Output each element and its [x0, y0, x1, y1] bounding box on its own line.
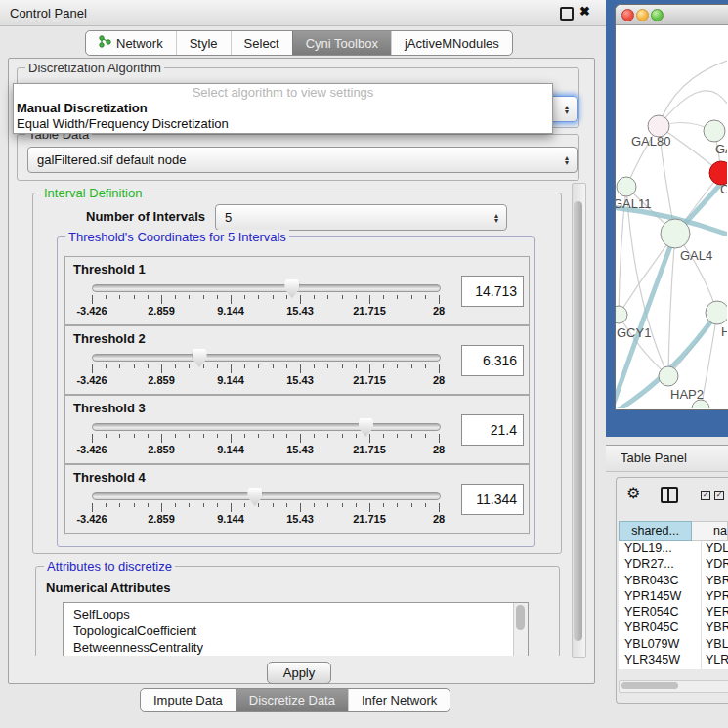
network-node[interactable]: [704, 120, 725, 142]
attribute-item[interactable]: TopologicalCoefficient: [64, 622, 528, 639]
threshold-value-field[interactable]: 14.713: [461, 276, 524, 307]
tab-style[interactable]: Style: [176, 31, 231, 55]
scrollbar-thumb[interactable]: [516, 605, 525, 630]
table-cell-shared-name[interactable]: YIL052C: [619, 668, 702, 669]
table-row[interactable]: YBR043CYBR0: [619, 574, 728, 589]
tab-cyni-toolbox[interactable]: Cyni Toolbox: [292, 31, 391, 55]
table-cell-name[interactable]: YDL1: [702, 541, 728, 557]
table-cell-name[interactable]: YIL0: [702, 668, 728, 669]
threshold-slider-track[interactable]: [92, 492, 441, 500]
checkbox-icon[interactable]: ✓: [701, 491, 710, 500]
tab-select[interactable]: Select: [231, 31, 292, 55]
float-window-icon[interactable]: [560, 7, 574, 21]
table-cell-shared-name[interactable]: YBR045C: [619, 621, 702, 636]
network-node[interactable]: [616, 306, 627, 323]
table-row[interactable]: YER054CYER0: [619, 605, 728, 621]
tick: [231, 295, 232, 304]
tab-infer-network[interactable]: Infer Network: [348, 689, 450, 711]
zoom-traffic-light-icon[interactable]: [651, 9, 664, 21]
tab-discretize-data[interactable]: Discretize Data: [236, 689, 348, 711]
apply-button[interactable]: Apply: [267, 662, 331, 684]
table-cell-name[interactable]: YER0: [702, 605, 728, 621]
table-row[interactable]: YBR045CYBR0: [619, 621, 728, 636]
threshold-slider-track[interactable]: [92, 423, 441, 431]
table-cell-name[interactable]: YBR0: [702, 621, 728, 636]
column-header-shared-name[interactable]: shared...: [619, 521, 692, 541]
table-row[interactable]: YLR345WYLR3: [619, 653, 728, 668]
table-cell-shared-name[interactable]: YDL19...: [619, 541, 702, 557]
tick: [286, 364, 287, 368]
network-node[interactable]: [661, 219, 690, 248]
threshold-value-field[interactable]: 6.316: [461, 345, 524, 376]
tick: [189, 364, 190, 368]
attributes-list-scrollbar[interactable]: [513, 603, 528, 656]
node-label: GAL4: [680, 248, 712, 263]
table-cell-shared-name[interactable]: YBL079W: [619, 637, 702, 653]
table-cell-name[interactable]: YBL0: [702, 637, 728, 653]
tick: [148, 295, 149, 299]
table-cell-shared-name[interactable]: YLR345W: [619, 653, 702, 668]
tick: [203, 295, 204, 299]
tick: [425, 434, 426, 438]
attribute-item[interactable]: SelfLoops: [64, 606, 528, 622]
tick-label: 28: [433, 374, 445, 386]
network-window-titlebar: [616, 5, 728, 25]
tick: [203, 364, 204, 368]
tick-label: 15.43: [286, 444, 314, 455]
tab-jactivemnodules[interactable]: jActiveMNodules: [391, 31, 512, 55]
column-header-name[interactable]: na: [692, 521, 728, 541]
tick: [189, 503, 190, 507]
dropdown-hint[interactable]: Select algorithm to view settings: [14, 84, 552, 101]
network-node[interactable]: [659, 366, 678, 386]
num-intervals-combobox[interactable]: 5 ▴▾: [215, 204, 507, 231]
node-label: C: [720, 182, 727, 196]
table-cell-name[interactable]: YBR0: [702, 574, 728, 589]
threshold-slider-track[interactable]: [92, 284, 441, 292]
close-icon[interactable]: ✖: [579, 4, 590, 19]
dropdown-option-equal-width-frequency-discretization[interactable]: Equal Width/Frequency Discretization: [14, 116, 552, 132]
table-data-combobox[interactable]: galFiltered.sif default node ▴▾: [27, 147, 578, 173]
attributes-list[interactable]: SelfLoopsTopologicalCoefficientBetweenne…: [63, 602, 529, 656]
table-cell-shared-name[interactable]: YER054C: [619, 605, 702, 621]
threshold-value-field[interactable]: 21.4: [461, 414, 524, 446]
tab-impute-data[interactable]: Impute Data: [141, 689, 236, 711]
network-window: GAL80GACGAL11GAL4GCY1HHAP2: [615, 4, 728, 410]
threshold-label: Threshold 2: [73, 331, 146, 346]
close-traffic-light-icon[interactable]: [621, 9, 634, 21]
table-cell-shared-name[interactable]: YDR27...: [619, 557, 702, 573]
threshold-slider-track[interactable]: [92, 354, 441, 362]
split-view-icon[interactable]: [661, 487, 678, 503]
tick: [342, 364, 343, 368]
table-row[interactable]: YDR27...YDR2: [619, 557, 728, 573]
network-node[interactable]: [706, 301, 727, 324]
table-cell-name[interactable]: YPR1: [702, 589, 728, 605]
minimize-traffic-light-icon[interactable]: [636, 9, 649, 21]
tick: [106, 503, 107, 507]
network-canvas[interactable]: GAL80GACGAL11GAL4GCY1HHAP2: [616, 25, 727, 408]
dropdown-option-manual-discretization[interactable]: Manual Discretization: [14, 101, 552, 116]
combo-stepper-icon: ▴▾: [565, 105, 569, 114]
table-row[interactable]: YIL052CYIL0: [619, 668, 728, 669]
attribute-item[interactable]: BetweennessCentrality: [64, 639, 528, 656]
table-cell-name[interactable]: YDR2: [702, 557, 728, 573]
table-cell-shared-name[interactable]: YBR043C: [619, 574, 702, 589]
tick: [327, 503, 328, 507]
table-hscrollbar[interactable]: [619, 680, 728, 693]
scrollbar-thumb[interactable]: [574, 201, 582, 641]
table-cell-name[interactable]: YLR3: [702, 653, 728, 668]
scrollbar-thumb[interactable]: [621, 682, 678, 689]
numerical-attributes-label: Numerical Attributes: [46, 580, 170, 595]
settings-scrollbar[interactable]: [572, 183, 586, 658]
table-row[interactable]: YPR145WYPR1: [619, 589, 728, 605]
network-node[interactable]: [617, 177, 636, 196]
tab-network[interactable]: Network: [86, 31, 176, 55]
algorithm-dropdown-popup: Select algorithm to view settings Manual…: [13, 83, 553, 134]
cyni-toolbox-panel: Discretization Algorithm ▴▾ Select algor…: [8, 58, 595, 684]
threshold-value-field[interactable]: 11.344: [461, 484, 524, 515]
gear-icon[interactable]: ⚙: [626, 486, 640, 501]
table-row[interactable]: YBL079WYBL0: [619, 637, 728, 653]
tick: [383, 364, 384, 368]
checkbox-icon[interactable]: ✓: [714, 491, 724, 500]
table-cell-shared-name[interactable]: YPR145W: [619, 589, 702, 605]
table-row[interactable]: YDL19...YDL1: [619, 541, 728, 557]
